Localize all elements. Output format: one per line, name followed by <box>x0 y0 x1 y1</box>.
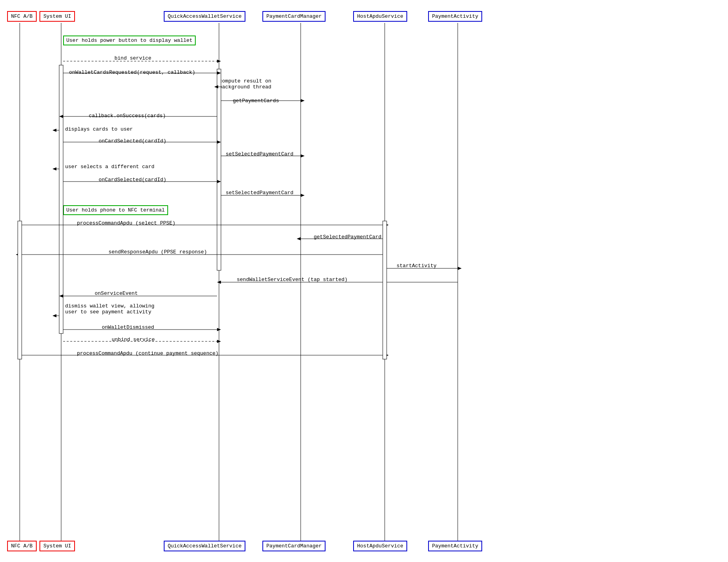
msg-oncardselected2: onCardSelected(cardId) <box>99 177 167 183</box>
svg-marker-29 <box>301 194 305 197</box>
msg-setselected1: setSelectedPaymentCard <box>226 151 294 157</box>
svg-marker-49 <box>385 354 389 357</box>
sequence-diagram: NFC A/B System UI QuickAccessWalletServi… <box>0 0 728 562</box>
actor-nfc-top: NFC A/B <box>7 11 37 22</box>
msg-getselected: getSelectedPaymentCard <box>314 234 382 240</box>
svg-marker-47 <box>217 340 221 343</box>
svg-rect-7 <box>217 69 221 270</box>
actor-pcm-bottom: PaymentCardManager <box>262 541 326 551</box>
msg-setselected2: setSelectedPaymentCard <box>226 190 294 196</box>
note-user-holds-phone: User holds phone to NFC terminal <box>63 205 168 215</box>
msg-displays-cards: displays cards to user <box>65 126 133 132</box>
msg-callback-success: callback.onSuccess(cards) <box>89 113 166 119</box>
svg-marker-37 <box>458 267 462 270</box>
msg-processcommand1: processCommandApdu (select PPSE) <box>77 220 176 226</box>
svg-marker-39 <box>217 281 221 284</box>
svg-marker-13 <box>214 85 218 88</box>
svg-marker-17 <box>59 115 63 118</box>
svg-marker-31 <box>385 223 389 227</box>
svg-marker-23 <box>301 154 305 157</box>
svg-marker-41 <box>59 294 63 298</box>
actor-pa-bottom: PaymentActivity <box>428 541 482 551</box>
msg-getpaymentcards: getPaymentCards <box>233 98 279 104</box>
actor-sysui-top: System UI <box>39 11 75 22</box>
actor-qaws-bottom: QuickAccessWalletService <box>164 541 245 551</box>
svg-marker-19 <box>52 129 56 132</box>
msg-processcommand2: processCommandApdu (continue payment seq… <box>77 350 219 356</box>
sequence-arrows <box>0 0 728 562</box>
actor-nfc-bottom: NFC A/B <box>7 541 37 551</box>
msg-onwalletdismissed: onWalletDismissed <box>102 324 154 330</box>
svg-marker-21 <box>217 140 221 144</box>
msg-oncardselected1: onCardSelected(cardId) <box>99 138 167 144</box>
svg-marker-15 <box>301 99 305 102</box>
note-user-holds-power: User holds power button to display walle… <box>63 36 196 45</box>
actor-pcm-top: PaymentCardManager <box>262 11 326 22</box>
svg-marker-45 <box>217 328 221 331</box>
msg-sendwalletevent: sendWalletServiceEvent (tap started) <box>237 277 348 283</box>
msg-dismiss: dismiss wallet view, allowinguser to see… <box>65 303 154 315</box>
svg-rect-50 <box>18 221 22 359</box>
svg-marker-35 <box>16 253 20 256</box>
msg-bind-service: bind service <box>114 55 152 61</box>
svg-marker-9 <box>217 60 221 63</box>
msg-unbind: unbind service <box>112 337 155 343</box>
actor-qaws-top: QuickAccessWalletService <box>164 11 245 22</box>
svg-marker-25 <box>52 167 56 170</box>
svg-rect-6 <box>59 65 63 333</box>
svg-marker-33 <box>297 237 301 240</box>
actor-pa-top: PaymentActivity <box>428 11 482 22</box>
msg-user-selects: user selects a different card <box>65 164 154 170</box>
svg-rect-51 <box>383 221 387 359</box>
msg-sendresponse: sendResponseApdu (PPSE response) <box>109 249 207 255</box>
actor-hapdu-bottom: HostApduService <box>353 541 407 551</box>
msg-startactivity: startActivity <box>397 263 436 269</box>
svg-marker-27 <box>217 180 221 183</box>
msg-compute: compute result onbackground thread <box>219 78 271 90</box>
actor-sysui-bottom: System UI <box>39 541 75 551</box>
msg-onwalletcards: onWalletCardsRequested(request, callback… <box>69 69 195 75</box>
svg-marker-11 <box>217 71 221 75</box>
msg-onserviceevent: onServiceEvent <box>95 290 138 296</box>
actor-hapdu-top: HostApduService <box>353 11 407 22</box>
svg-marker-43 <box>52 314 56 317</box>
